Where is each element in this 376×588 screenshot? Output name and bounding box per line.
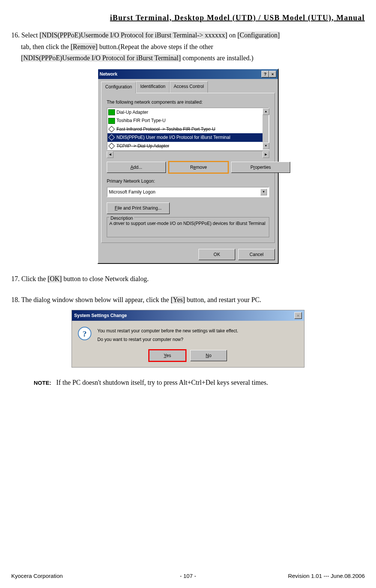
- tab-access-control[interactable]: Access Control: [170, 81, 208, 92]
- list-item: Dial-Up Adapter: [107, 108, 263, 116]
- tab-identification[interactable]: Identification: [136, 81, 169, 92]
- add-button[interactable]: Add...: [107, 162, 166, 173]
- description-box: Description A driver to support user-mod…: [107, 217, 269, 237]
- list-item-selected: NDIS(PPPoE) User mode I/O Protocol for i…: [107, 133, 263, 141]
- step-18: 18. The dialog window shown below will a…: [11, 294, 365, 306]
- network-dialog: Network ? × Configuration Identification…: [97, 68, 279, 264]
- note-text: If the PC doesn't shutdown itself, try t…: [56, 379, 268, 386]
- components-listbox[interactable]: Dial-Up Adapter Toshiba FIR Port Type-U …: [107, 107, 269, 150]
- adapter-icon: [108, 109, 115, 115]
- step16-hl2: [Configuration]: [237, 31, 280, 39]
- primary-logon-label: Primary Network Logon:: [107, 179, 155, 184]
- step16-prefix: 16. Select: [11, 31, 39, 39]
- ssc-dialog-container: System Settings Change × ? You must rest…: [11, 310, 365, 368]
- network-title: Network: [100, 70, 117, 78]
- scroll-down-icon[interactable]: ▼: [263, 143, 269, 149]
- description-legend: Description: [109, 214, 134, 222]
- protocol-icon: [109, 126, 115, 132]
- primary-logon-value: Microsoft Family Logon: [109, 188, 155, 196]
- adapter-icon: [108, 118, 115, 124]
- step16-line2b: button.(Repeat the above steps if the ot…: [97, 43, 213, 51]
- scrollbar-horizontal[interactable]: ◀ ▶: [107, 151, 269, 157]
- note-line: NOTE: If the PC doesn't shutdown itself,…: [34, 377, 365, 389]
- chevron-down-icon[interactable]: ▼: [260, 189, 267, 195]
- cancel-button[interactable]: Cancel: [238, 249, 275, 260]
- tab-strip: Configuration Identification Access Cont…: [98, 79, 278, 92]
- step-17: 17. Click the [OK] button to close Netwo…: [11, 273, 365, 285]
- step18-hl: [Yes]: [171, 296, 185, 304]
- ssc-title-text: System Settings Change: [74, 312, 127, 319]
- list-item: Fast Infrared Protocol -> Toshiba FIR Po…: [107, 125, 263, 133]
- scroll-right-icon[interactable]: ▶: [263, 151, 269, 158]
- step17-hl: [OK]: [48, 275, 62, 283]
- ssc-dialog: System Settings Change × ? You must rest…: [72, 310, 304, 368]
- network-titlebar: Network ? ×: [98, 69, 278, 79]
- scroll-left-icon[interactable]: ◀: [107, 151, 113, 158]
- step16-hl3: [Remove]: [70, 43, 97, 51]
- close-icon[interactable]: ×: [294, 312, 302, 319]
- ssc-message: You must restart your computer before th…: [97, 327, 238, 344]
- close-icon[interactable]: ×: [269, 71, 276, 77]
- list-item: Toshiba FIR Port Type-U: [107, 116, 263, 125]
- no-button[interactable]: No: [190, 350, 227, 361]
- scrollbar-vertical[interactable]: ▲ ▼: [263, 108, 269, 149]
- properties-button[interactable]: Properties: [231, 162, 290, 173]
- dialog-footer: OK Cancel: [98, 246, 278, 263]
- question-icon: ?: [78, 327, 91, 340]
- step-16: 16. Select [NDIS(PPPoE)Usermode I/O Prot…: [11, 30, 365, 64]
- protocol-icon: [109, 143, 115, 149]
- tab-panel: The following network components are ins…: [101, 93, 275, 243]
- tab-configuration[interactable]: Configuration: [101, 82, 136, 93]
- ssc-titlebar: System Settings Change ×: [72, 310, 304, 321]
- step16-mid1: on: [227, 31, 237, 39]
- step16-hl1: [NDIS(PPPoE)Usermode I/O Protocol for iB…: [39, 31, 227, 39]
- scroll-up-icon[interactable]: ▲: [263, 108, 269, 115]
- page-footer: Kyocera Corporation - 107 - Revision 1.0…: [11, 571, 365, 581]
- network-dialog-container: Network ? × Configuration Identification…: [11, 68, 365, 264]
- list-item: TCP/IP -> Dial-Up Adapter: [107, 142, 263, 149]
- step16-line2a: tab, then click the: [21, 43, 70, 51]
- step16-hl4: [NDIS(PPPoE)Usermode I/O Protocol for iB…: [21, 54, 181, 62]
- page-header: iBurst Terminal, Desktop Model (UTD) / U…: [11, 11, 365, 24]
- components-label: The following network components are ins…: [107, 100, 203, 105]
- footer-center: - 107 -: [11, 571, 365, 581]
- file-print-sharing-button[interactable]: File and Print Sharing...: [107, 202, 170, 214]
- step16-line3b: components are installed.): [181, 54, 254, 62]
- ok-button[interactable]: OK: [198, 249, 235, 260]
- primary-logon-dropdown[interactable]: Microsoft Family Logon ▼: [107, 187, 269, 197]
- note-label: NOTE:: [34, 380, 51, 386]
- help-icon[interactable]: ?: [261, 71, 269, 77]
- protocol-icon: [109, 134, 115, 141]
- remove-button[interactable]: Remove: [169, 162, 228, 173]
- yes-button[interactable]: Yes: [149, 350, 186, 361]
